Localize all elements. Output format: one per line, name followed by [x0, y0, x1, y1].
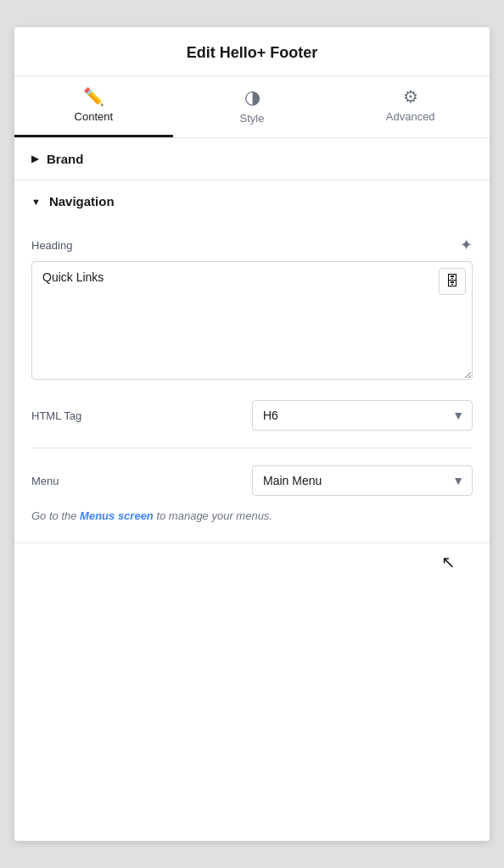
html-tag-row: HTML Tag H1 H2 H3 H4 H5 H6 div span p ▼	[31, 400, 473, 431]
brand-section-label: Brand	[47, 152, 83, 166]
cursor-icon: ↖	[441, 552, 456, 572]
menu-row: Menu Main Menu Footer Menu Primary Menu …	[31, 465, 473, 496]
editor-panel: Edit Hello+ Footer ✏️ Content ◑ Style ⚙ …	[14, 27, 490, 841]
brand-collapse-arrow: ▶	[31, 153, 38, 164]
ai-sparkle-icon[interactable]: ✦	[460, 236, 473, 254]
database-icon: 🗄	[445, 274, 459, 289]
menu-note: Go to the Menus screen to manage your me…	[31, 509, 473, 522]
menus-screen-link[interactable]: Menus screen	[80, 509, 154, 522]
tab-advanced[interactable]: ⚙ Advanced	[331, 76, 490, 137]
tab-style[interactable]: ◑ Style	[173, 76, 332, 137]
advanced-icon: ⚙	[403, 88, 418, 105]
html-tag-select[interactable]: H1 H2 H3 H4 H5 H6 div span p	[252, 400, 473, 431]
heading-field-row: Heading ✦	[31, 236, 473, 254]
navigation-section: ▼ Navigation Heading ✦ Quick Links 🗄 HTM…	[14, 181, 490, 543]
navigation-section-content: Heading ✦ Quick Links 🗄 HTML Tag H1 H2 H…	[14, 222, 490, 542]
brand-section: ▶ Brand	[14, 138, 490, 181]
menu-select[interactable]: Main Menu Footer Menu Primary Menu	[252, 465, 473, 496]
style-icon: ◑	[244, 88, 260, 107]
panel-title: Edit Hello+ Footer	[14, 27, 490, 76]
menu-label: Menu	[31, 475, 116, 487]
dynamic-tags-button[interactable]: 🗄	[439, 268, 466, 295]
tabs-bar: ✏️ Content ◑ Style ⚙ Advanced	[14, 76, 490, 138]
content-icon: ✏️	[83, 88, 104, 105]
heading-textarea-wrapper: Quick Links 🗄	[31, 261, 473, 383]
tab-content[interactable]: ✏️ Content	[14, 76, 173, 137]
navigation-collapse-arrow: ▼	[31, 197, 41, 207]
navigation-section-header[interactable]: ▼ Navigation	[14, 181, 490, 222]
brand-section-header[interactable]: ▶ Brand	[14, 138, 490, 180]
tab-content-label: Content	[75, 110, 114, 123]
html-tag-select-wrapper: H1 H2 H3 H4 H5 H6 div span p ▼	[252, 400, 473, 431]
heading-label: Heading	[31, 239, 72, 252]
cursor-area: ↖	[14, 543, 490, 581]
menu-select-wrapper: Main Menu Footer Menu Primary Menu ▼	[252, 465, 473, 496]
html-tag-label: HTML Tag	[31, 409, 116, 422]
menu-note-prefix: Go to the	[31, 509, 80, 522]
menu-note-suffix: to manage your menus.	[154, 509, 272, 522]
tab-style-label: Style	[240, 112, 265, 125]
divider	[31, 448, 473, 448]
heading-textarea[interactable]: Quick Links	[31, 261, 473, 380]
tab-advanced-label: Advanced	[386, 110, 435, 123]
navigation-section-label: Navigation	[49, 194, 115, 209]
